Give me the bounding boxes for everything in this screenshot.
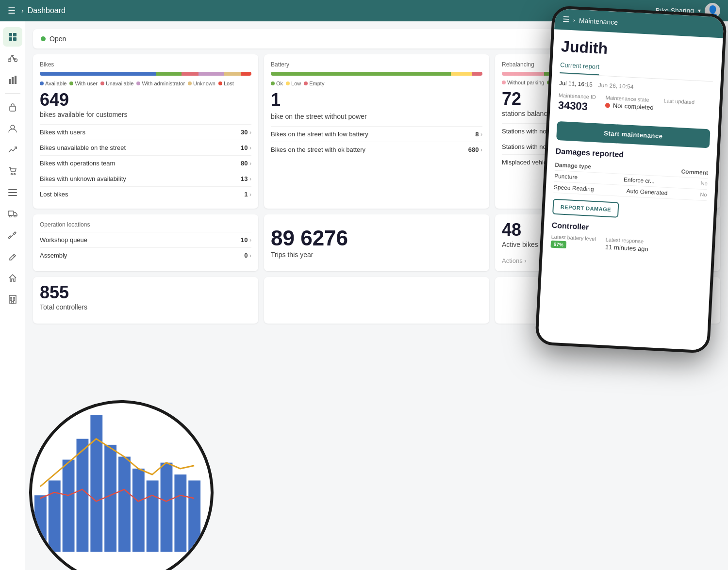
sidebar-item-home[interactable] (3, 268, 22, 288)
battery-card: Battery Ok Low (264, 54, 489, 209)
legend-with-admin: With administrator (136, 81, 185, 86)
phone-date-1[interactable]: Jun 26, 10:54 (598, 81, 633, 90)
rebalancing-seg-noparking (502, 72, 544, 76)
svg-rect-16 (8, 211, 14, 215)
bikes-row-3[interactable]: Bikes with unknown availability 13 › (40, 171, 251, 186)
svg-rect-35 (174, 474, 186, 552)
svg-rect-9 (10, 106, 16, 111)
svg-rect-13 (8, 189, 17, 190)
svg-rect-24 (12, 301, 14, 303)
sidebar-item-building[interactable] (3, 290, 22, 309)
start-maintenance-button[interactable]: Start maintenance (556, 121, 711, 148)
bikes-row-2[interactable]: Bikes with operations team 80 › (40, 155, 251, 171)
sidebar-item-bikes[interactable] (3, 49, 22, 68)
operation-row-0[interactable]: Workshop queue 10 › (40, 232, 251, 247)
sidebar-item-trends[interactable] (3, 140, 22, 160)
state-label: Not completed (613, 102, 654, 111)
operation-card-title: Operation locations (40, 221, 251, 228)
phone-dates: Jul 11, 16:15 Jun 26, 10:54 (559, 80, 712, 95)
controllers-card: 855 Total controllers (33, 277, 258, 324)
bikes-seg-user (156, 72, 182, 76)
battery-row-0[interactable]: Bikes on the street with low battery 8 › (271, 126, 482, 142)
legend-ok: Ok (271, 81, 283, 86)
legend-low: Low (286, 81, 301, 86)
sidebar-item-delivery[interactable] (3, 204, 22, 224)
battery-card-title: Battery (271, 61, 482, 68)
phone-maintenance-state-field: Maintenance state Not completed (605, 95, 654, 116)
battery-seg-ok (271, 72, 451, 76)
bikes-seg-unavailable (182, 72, 199, 76)
phone-user-name: Judith (561, 37, 715, 63)
svg-rect-23 (14, 300, 15, 301)
sidebar-item-cart[interactable] (3, 162, 22, 181)
svg-point-11 (11, 174, 12, 175)
bikes-legend: Available With user Unavailable With adm… (40, 81, 251, 86)
svg-rect-6 (9, 79, 11, 84)
svg-point-12 (14, 174, 15, 175)
operation-row-1[interactable]: Assembly 0 › (40, 247, 251, 263)
battery-progress-bar (271, 72, 482, 76)
open-label: Open (50, 35, 66, 43)
svg-rect-32 (132, 469, 145, 552)
report-damage-button[interactable]: REPORT DAMAGE (552, 199, 619, 218)
phone-date-0[interactable]: Jul 11, 16:15 (559, 80, 593, 88)
bikes-row-4[interactable]: Lost bikes 1 › (40, 186, 251, 202)
sidebar-item-edit[interactable] (3, 247, 22, 266)
battery-legend: Ok Low Empty (271, 81, 482, 86)
battery-seg-low (451, 72, 472, 76)
damages-section: Damages reported Damage type Comment Pun… (553, 147, 709, 201)
phone-menu-icon[interactable]: ☰ (563, 15, 570, 24)
phone-content: Judith Current report Jul 11, 16:15 Jun … (538, 29, 723, 348)
phone-last-updated-field: Last updated (663, 98, 695, 118)
phone-tab-current[interactable]: Current report (560, 61, 599, 75)
controller-fields: Latest battery level 67% Latest response… (550, 234, 704, 256)
svg-rect-14 (8, 192, 17, 193)
svg-point-18 (14, 215, 16, 217)
sidebar-item-grid[interactable] (3, 27, 22, 47)
response-field: Latest response 11 minutes ago (605, 236, 649, 253)
phone-last-updated-label: Last updated (663, 98, 695, 105)
bikes-row-0[interactable]: Bikes with users 30 › (40, 124, 251, 140)
bikes-big-stat: 649 (40, 91, 251, 109)
svg-rect-28 (77, 439, 89, 552)
phone-maintenance-state: Not completed (605, 101, 654, 111)
sidebar-item-user[interactable] (3, 119, 22, 138)
bikes-big-stat-label: bikes available for customers (40, 111, 251, 118)
phone-overlay: ☰ › Maintenance Judith Current report Ju… (544, 10, 718, 349)
breadcrumb-chevron: › (21, 7, 24, 15)
chart-inner: Aug 25, 2019 Aug 26, 2019 Aug 27, 2019 A… (32, 403, 211, 570)
phone-header-title: Maintenance (579, 16, 618, 26)
phone-maintenance-id: 34303 (558, 99, 596, 114)
operation-card: Operation locations Workshop queue 10 › … (33, 214, 258, 271)
svg-rect-33 (147, 480, 159, 552)
svg-rect-26 (49, 480, 61, 552)
bikes-card-title: Bikes (40, 61, 251, 68)
svg-rect-15 (8, 195, 17, 196)
phone-tabs: Current report (560, 61, 713, 82)
phone-maintenance-fields: Maintenance ID 34303 Maintenance state N… (558, 92, 712, 124)
svg-rect-3 (13, 37, 17, 41)
svg-rect-8 (15, 76, 17, 84)
sidebar-item-list[interactable] (3, 183, 22, 202)
legend-empty: Empty (304, 81, 324, 86)
chart-circle: Aug 25, 2019 Aug 26, 2019 Aug 27, 2019 A… (29, 400, 214, 570)
sidebar-item-security[interactable] (3, 98, 22, 117)
sidebar-item-analytics[interactable] (3, 70, 22, 89)
battery-row-1[interactable]: Bikes on the street with ok battery 680 … (271, 142, 482, 157)
placeholder-card-1 (264, 277, 489, 324)
menu-icon[interactable]: ☰ (8, 5, 16, 16)
svg-rect-0 (9, 33, 12, 36)
trips-number: 89 6276 (271, 228, 482, 249)
controller-section: Controller Latest battery level 67% Late… (550, 221, 705, 256)
svg-rect-20 (11, 297, 12, 298)
svg-rect-1 (13, 33, 17, 36)
svg-rect-36 (188, 480, 200, 552)
svg-rect-30 (104, 445, 116, 552)
sidebar-divider (5, 93, 20, 94)
sidebar-item-tools[interactable] (3, 226, 22, 245)
phone-body: ☰ › Maintenance Judith Current report Ju… (535, 5, 727, 354)
bikes-seg-unknown (224, 72, 241, 76)
bikes-row-1[interactable]: Bikes unavailable on the street 10 › (40, 140, 251, 155)
svg-rect-7 (12, 77, 14, 84)
svg-rect-34 (161, 463, 173, 552)
